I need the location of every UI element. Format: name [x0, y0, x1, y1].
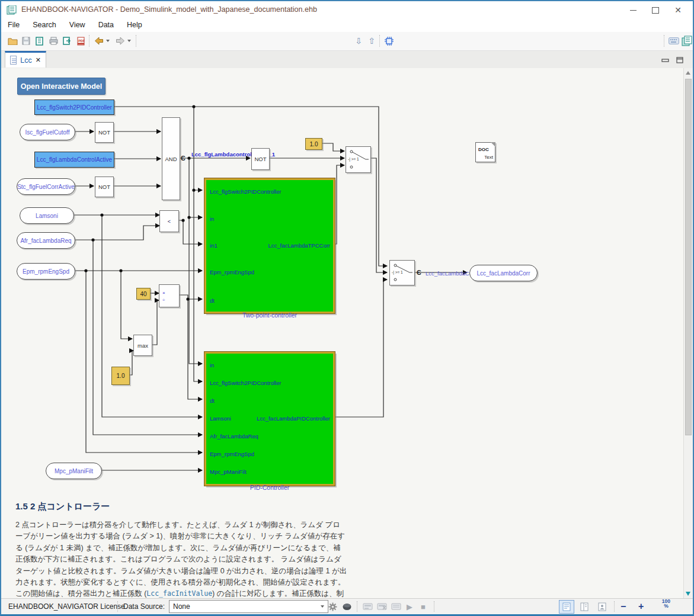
open-interactive-model-button[interactable]: Open Interactive Model [17, 78, 105, 95]
port-label: in1 [210, 242, 218, 249]
find-previous-button[interactable]: ⇧ [365, 34, 378, 47]
menu-help[interactable]: Help [120, 19, 149, 29]
open-file-button[interactable] [6, 34, 19, 47]
documentation-section: 1.5 2 点コントローラー 2 点コントローラーは積分器を介して動作します。た… [1, 492, 684, 599]
pdf-export-button[interactable]: PDF [74, 34, 87, 47]
keyboard-shortcuts-icon[interactable] [667, 34, 680, 47]
switch-threshold-label: -| >= 1 [348, 157, 359, 161]
scroll-down-icon[interactable] [686, 592, 690, 596]
max-block[interactable]: max [133, 335, 152, 356]
svg-text:PDF: PDF [78, 39, 85, 43]
back-history-dropdown[interactable] [104, 34, 111, 47]
block-mpc-pmanifilt[interactable]: Mpc_pManiFilt [46, 463, 102, 479]
constant-40[interactable]: 40 [136, 288, 151, 300]
maximize-pane-icon[interactable] [676, 55, 683, 66]
find-next-button[interactable]: ⇩ [352, 34, 365, 47]
port-label: Lcc_flgSwitch2PIDController [210, 188, 281, 195]
data-source-value: None [173, 602, 190, 611]
image-view-button[interactable] [594, 600, 610, 614]
subsystem-two-point-controller[interactable]: Lcc_flgSwitch2PIDController in in1 Epm_r… [204, 178, 335, 313]
single-page-view-button[interactable] [559, 600, 574, 614]
port-label: dt [210, 397, 215, 404]
block-lcc-flgswitch2pidcontroller[interactable]: Lcc_flgSwitch2PIDController [34, 100, 114, 115]
back-button[interactable] [92, 34, 105, 47]
block-caption: Two-point-controller [206, 312, 333, 319]
zoom-in-button[interactable]: + [638, 599, 650, 614]
tab-lcc[interactable]: Lcc ✕ [5, 51, 46, 68]
block-epm-rpmengspd[interactable]: Epm_rpmEngSpd [17, 263, 75, 280]
divide-symbol: ÷ [162, 298, 165, 303]
tab-label: Lcc [20, 56, 31, 65]
block-lamsoni[interactable]: Lamsoni [20, 207, 74, 224]
chevron-down-icon [321, 605, 324, 608]
menu-view[interactable]: View [63, 19, 92, 29]
menu-file[interactable]: File [1, 19, 26, 29]
section-heading: 1.5 2 点コントローラー [15, 501, 670, 512]
measure-config-icon [363, 599, 373, 614]
print-button[interactable] [47, 34, 60, 47]
subsystem-pid-controller[interactable]: in Lcc_flgSwitch2PIDController dt Lamson… [204, 352, 335, 486]
scroll-up-icon[interactable] [686, 71, 690, 75]
split-view-button[interactable] [577, 600, 592, 614]
doc-text-block[interactable]: DOC Text [475, 142, 495, 162]
window-close-button[interactable]: ✕ [668, 4, 688, 17]
port-label: Lamsoni [210, 415, 231, 422]
data-source-package-icon[interactable] [343, 599, 351, 614]
forward-history-dropdown[interactable] [126, 34, 133, 47]
port-label: in [210, 216, 214, 222]
doc-block-line2: Text [484, 155, 493, 160]
and-block[interactable]: AND [162, 117, 180, 200]
divide-block[interactable]: × ÷ [159, 284, 180, 307]
block-lcc-faclambdacorr-outport[interactable]: Lcc_facLambdaCorr [469, 265, 538, 281]
not-block-1[interactable]: NOT [95, 122, 114, 143]
not-block-2[interactable]: NOT [95, 177, 114, 197]
app-window: EHANDBOOK-NAVIGATOR - Demo_Simulink_mode… [0, 0, 694, 616]
port-label: Lcc_flgSwitch2PIDController [210, 380, 281, 386]
port-label: Epm_rpmEngSpd [210, 269, 254, 275]
constant-1-0-a[interactable]: 1.0 [305, 138, 322, 150]
scrollbar-thumb[interactable] [685, 79, 692, 435]
export-button[interactable] [60, 34, 73, 47]
status-bar: EHANDBOOK_NAVIGATOR License Data Source:… [1, 598, 693, 614]
toolbar: PDF Contains ⇩ ⇧ [1, 32, 693, 51]
save-button[interactable] [20, 34, 33, 47]
document-icon [10, 56, 17, 65]
measure-remove-icon [377, 599, 387, 614]
play-measurement-icon: ▶ [407, 599, 412, 614]
block-lcc-flglambdacontrolactive[interactable]: Lcc_flgLambdaControlActive [34, 152, 114, 168]
window-minimize-button[interactable] [623, 4, 643, 17]
minimize-pane-icon[interactable] [661, 55, 669, 66]
data-source-dropdown[interactable]: None [169, 600, 328, 613]
menu-search[interactable]: Search [26, 19, 63, 29]
constant-1-0-b[interactable]: 1.0 [111, 367, 130, 385]
switch-block-1[interactable]: -| >= 1 [346, 146, 371, 173]
doc-block-line1: DOC [478, 147, 489, 152]
zoom-level-indicator[interactable]: 100 % [662, 599, 670, 614]
port-label: Mpc_pManiFilt [210, 469, 247, 475]
block-afr-faclambdareq[interactable]: Afr_facLambdaReq [17, 232, 75, 249]
block-stc-flgfuelcorractive[interactable]: Stc_flgFuelCorrActive [17, 178, 75, 195]
title-bar: EHANDBOOK-NAVIGATOR - Demo_Simulink_mode… [1, 1, 693, 19]
vertical-scrollbar[interactable] [683, 68, 693, 599]
zoom-out-button[interactable]: − [621, 599, 632, 614]
menu-data[interactable]: Data [92, 19, 120, 29]
chip-model-button[interactable] [382, 34, 395, 47]
tab-close-icon[interactable]: ✕ [36, 56, 41, 64]
multiply-symbol: × [162, 291, 165, 296]
settings-gear-icon[interactable] [328, 599, 337, 614]
less-than-block[interactable]: < [159, 210, 179, 232]
ehandbook-logo-icon [680, 34, 693, 47]
signal-tag-icon: Є [181, 155, 186, 161]
switch-block-2[interactable]: -| >= 1 [389, 260, 415, 285]
open-ehb-button[interactable] [33, 34, 46, 47]
port-label: in [210, 362, 214, 368]
doc-paragraph: 2 点コントローラーは積分器を介して動作します。たとえば、ラムダ 1 が制御され… [15, 519, 347, 599]
block-isc-flgfuelcutoff[interactable]: Isc_flgFuelCutoff [20, 124, 75, 140]
data-source-label: Data Source: [123, 599, 165, 614]
page-fold-icon [491, 142, 495, 147]
block-caption: PID-Controller [206, 484, 333, 491]
window-maximize-button[interactable] [645, 4, 666, 17]
license-status: EHANDBOOK_NAVIGATOR License [8, 599, 125, 614]
not-block-3[interactable]: NOT [251, 148, 270, 170]
forward-button[interactable] [114, 34, 127, 47]
